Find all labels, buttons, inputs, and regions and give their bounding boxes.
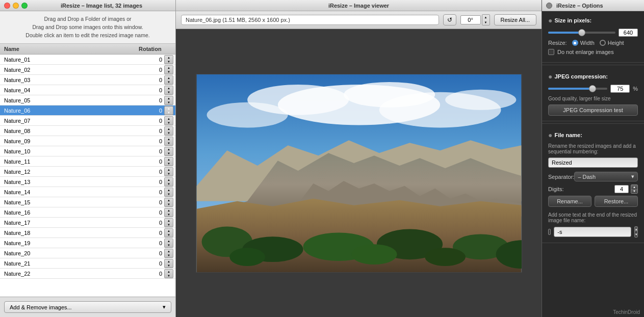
row-rotation-stepper[interactable]: ▲ ▼ xyxy=(164,239,173,248)
rotation-stepper[interactable]: ▲ ▼ xyxy=(482,14,490,25)
row-rotation-stepper[interactable]: ▲ ▼ xyxy=(164,75,173,85)
row-stepper-up[interactable]: ▲ xyxy=(165,259,173,263)
row-stepper-up[interactable]: ▲ xyxy=(165,127,173,131)
suffix-up-button[interactable]: ▲ xyxy=(635,227,637,232)
table-row[interactable]: Nature_04 0 ▲ ▼ xyxy=(0,85,175,95)
rotation-down-button[interactable]: ▼ xyxy=(482,20,490,25)
row-rotation-stepper[interactable]: ▲ ▼ xyxy=(164,167,173,176)
row-stepper-down[interactable]: ▼ xyxy=(165,274,173,278)
row-rotation-stepper[interactable]: ▲ ▼ xyxy=(164,269,173,278)
table-row[interactable]: Nature_20 0 ▲ ▼ xyxy=(0,248,175,258)
row-rotation-stepper[interactable]: ▲ ▼ xyxy=(164,218,173,227)
row-rotation-stepper[interactable]: ▲ ▼ xyxy=(164,208,173,217)
maximize-button[interactable] xyxy=(21,3,28,9)
table-row[interactable]: Nature_03 0 ▲ ▼ xyxy=(0,75,175,85)
row-stepper-down[interactable]: ▼ xyxy=(165,172,173,176)
table-row[interactable]: Nature_14 0 ▲ ▼ xyxy=(0,187,175,197)
digits-up-button[interactable]: ▲ xyxy=(631,185,637,189)
row-rotation-stepper[interactable]: ▲ ▼ xyxy=(164,65,173,74)
row-rotation-stepper[interactable]: ▲ ▼ xyxy=(164,249,173,258)
row-rotation-stepper[interactable]: ▲ ▼ xyxy=(164,86,173,95)
width-radio-option[interactable]: Width xyxy=(572,40,595,46)
separator-select[interactable]: – Dash ▾ xyxy=(574,172,638,181)
suffix-checkbox[interactable] xyxy=(548,229,551,235)
table-row[interactable]: Nature_12 0 ▲ ▼ xyxy=(0,167,175,177)
row-stepper-up[interactable]: ▲ xyxy=(165,86,173,90)
add-remove-button[interactable]: Add & Remove images... ▾ xyxy=(4,301,171,313)
height-radio-option[interactable]: Height xyxy=(600,40,624,46)
row-stepper-down[interactable]: ▼ xyxy=(165,121,173,125)
row-stepper-down[interactable]: ▼ xyxy=(165,243,173,247)
do-not-enlarge-checkbox[interactable] xyxy=(548,49,554,55)
table-row[interactable]: Nature_05 0 ▲ ▼ xyxy=(0,95,175,105)
suffix-stepper[interactable]: ▲ ▼ xyxy=(634,226,638,237)
row-stepper-up[interactable]: ▲ xyxy=(165,208,173,213)
row-stepper-up[interactable]: ▲ xyxy=(165,107,173,111)
row-stepper-down[interactable]: ▼ xyxy=(165,111,173,115)
suffix-input[interactable] xyxy=(554,227,631,237)
size-slider-thumb[interactable] xyxy=(578,29,585,36)
jpeg-slider-track[interactable] xyxy=(548,88,607,90)
table-row[interactable]: Nature_06 0 ▲ ▼ xyxy=(0,105,175,116)
row-stepper-down[interactable]: ▼ xyxy=(165,141,173,145)
image-list[interactable]: Nature_01 0 ▲ ▼ Nature_02 0 ▲ ▼ Nature_0… xyxy=(0,55,175,297)
row-stepper-up[interactable]: ▲ xyxy=(165,198,173,202)
row-stepper-down[interactable]: ▼ xyxy=(165,202,173,206)
close-button[interactable] xyxy=(4,3,10,9)
row-stepper-up[interactable]: ▲ xyxy=(165,219,173,223)
row-rotation-stepper[interactable]: ▲ ▼ xyxy=(164,157,173,166)
digits-stepper[interactable]: ▲ ▼ xyxy=(631,184,638,194)
row-stepper-up[interactable]: ▲ xyxy=(165,66,173,70)
jpeg-slider-thumb[interactable] xyxy=(589,85,596,92)
row-stepper-up[interactable]: ▲ xyxy=(165,147,173,151)
row-stepper-up[interactable]: ▲ xyxy=(165,168,173,172)
row-stepper-down[interactable]: ▼ xyxy=(165,162,173,166)
row-stepper-down[interactable]: ▼ xyxy=(165,223,173,227)
row-stepper-up[interactable]: ▲ xyxy=(165,239,173,243)
row-stepper-down[interactable]: ▼ xyxy=(165,90,173,94)
row-stepper-up[interactable]: ▲ xyxy=(165,249,173,253)
row-rotation-stepper[interactable]: ▲ ▼ xyxy=(164,55,173,64)
row-rotation-stepper[interactable]: ▲ ▼ xyxy=(164,177,173,187)
row-stepper-down[interactable]: ▼ xyxy=(165,80,173,84)
row-stepper-down[interactable]: ▼ xyxy=(165,213,173,217)
row-stepper-down[interactable]: ▼ xyxy=(165,182,173,186)
row-stepper-up[interactable]: ▲ xyxy=(165,76,173,80)
restore-button[interactable]: Restore... xyxy=(595,196,638,207)
row-stepper-down[interactable]: ▼ xyxy=(165,131,173,135)
resized-name-input[interactable] xyxy=(548,157,638,168)
table-row[interactable]: Nature_21 0 ▲ ▼ xyxy=(0,258,175,269)
row-stepper-up[interactable]: ▲ xyxy=(165,178,173,182)
table-row[interactable]: Nature_18 0 ▲ ▼ xyxy=(0,228,175,238)
row-stepper-up[interactable]: ▲ xyxy=(165,188,173,192)
refresh-button[interactable]: ↺ xyxy=(443,14,456,25)
table-row[interactable]: Nature_13 0 ▲ ▼ xyxy=(0,177,175,187)
row-stepper-down[interactable]: ▼ xyxy=(165,60,173,64)
table-row[interactable]: Nature_07 0 ▲ ▼ xyxy=(0,116,175,126)
table-row[interactable]: Nature_01 0 ▲ ▼ xyxy=(0,55,175,65)
row-rotation-stepper[interactable]: ▲ ▼ xyxy=(164,188,173,197)
row-stepper-down[interactable]: ▼ xyxy=(165,233,173,237)
row-stepper-up[interactable]: ▲ xyxy=(165,96,173,100)
row-stepper-up[interactable]: ▲ xyxy=(165,137,173,141)
row-stepper-down[interactable]: ▼ xyxy=(165,263,173,268)
row-rotation-stepper[interactable]: ▲ ▼ xyxy=(164,96,173,105)
row-rotation-stepper[interactable]: ▲ ▼ xyxy=(164,259,173,268)
table-row[interactable]: Nature_22 0 ▲ ▼ xyxy=(0,269,175,279)
row-stepper-up[interactable]: ▲ xyxy=(165,270,173,274)
row-stepper-down[interactable]: ▼ xyxy=(165,253,173,257)
row-stepper-up[interactable]: ▲ xyxy=(165,117,173,121)
resize-all-button[interactable]: Resize All... xyxy=(494,14,536,25)
table-row[interactable]: Nature_11 0 ▲ ▼ xyxy=(0,156,175,167)
row-rotation-stepper[interactable]: ▲ ▼ xyxy=(164,198,173,207)
table-row[interactable]: Nature_02 0 ▲ ▼ xyxy=(0,65,175,75)
row-stepper-up[interactable]: ▲ xyxy=(165,157,173,162)
rotation-up-button[interactable]: ▲ xyxy=(482,15,490,20)
table-row[interactable]: Nature_09 0 ▲ ▼ xyxy=(0,136,175,146)
jpeg-test-button[interactable]: JPEG Compression test xyxy=(548,104,638,116)
width-radio-button[interactable] xyxy=(572,40,578,46)
size-value-box[interactable]: 640 xyxy=(619,29,638,37)
table-row[interactable]: Nature_15 0 ▲ ▼ xyxy=(0,197,175,207)
table-row[interactable]: Nature_08 0 ▲ ▼ xyxy=(0,126,175,136)
table-row[interactable]: Nature_17 0 ▲ ▼ xyxy=(0,218,175,228)
